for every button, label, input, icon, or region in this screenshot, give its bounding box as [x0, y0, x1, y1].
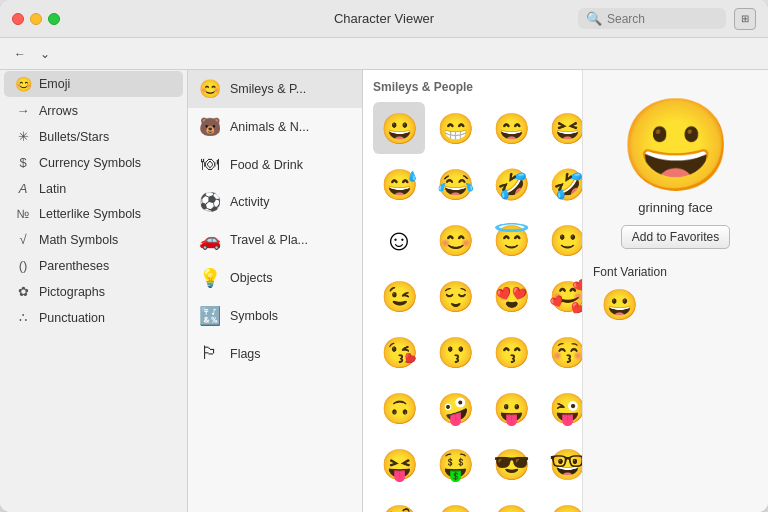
activity-icon: ⚽: [198, 191, 222, 213]
emoji-cell[interactable]: 😎: [485, 438, 537, 490]
mid-item-symbols[interactable]: 🔣 Symbols: [188, 297, 362, 335]
punctuation-icon: ∴: [14, 310, 32, 325]
font-variation-emoji: 😀: [601, 287, 638, 322]
detail-panel: 😀 grinning face Add to Favorites Font Va…: [583, 70, 768, 512]
mid-item-label: Symbols: [230, 309, 278, 323]
emoji-cell[interactable]: 😗: [429, 326, 481, 378]
emoji-cell[interactable]: 🤪: [429, 382, 481, 434]
titlebar: Character Viewer 🔍 ⊞: [0, 0, 768, 38]
emoji-cell[interactable]: ☺️: [373, 214, 425, 266]
sidebar-item-arrows[interactable]: → Arrows: [4, 98, 183, 123]
sidebar-item-label: Punctuation: [39, 311, 105, 325]
emoji-cell[interactable]: 😀: [373, 102, 425, 154]
emoji-cell[interactable]: 😙: [485, 326, 537, 378]
traffic-lights: [12, 13, 60, 25]
detail-emoji-large: 😀: [620, 100, 732, 190]
mid-item-label: Food & Drink: [230, 158, 303, 172]
emoji-cell[interactable]: 😚: [541, 326, 583, 378]
search-icon: 🔍: [586, 11, 602, 26]
mid-item-label: Objects: [230, 271, 272, 285]
sidebar-item-label: Emoji: [39, 77, 70, 91]
sidebar-item-math[interactable]: √ Math Symbols: [4, 227, 183, 252]
sidebar-item-parentheses[interactable]: () Parentheses: [4, 253, 183, 278]
letterlike-icon: №: [14, 207, 32, 221]
sidebar-item-currency[interactable]: $ Currency Symbols: [4, 150, 183, 175]
font-variation-label: Font Variation: [593, 265, 667, 279]
sidebar-item-label: Math Symbols: [39, 233, 118, 247]
emoji-cell[interactable]: 🙂: [541, 214, 583, 266]
mid-item-travel[interactable]: 🚗 Travel & Pla...: [188, 221, 362, 259]
grid-view-button[interactable]: ⊞: [734, 8, 756, 30]
emoji-cell[interactable]: 🤑: [429, 438, 481, 490]
sidebar-item-pictographs[interactable]: ✿ Pictographs: [4, 279, 183, 304]
close-button[interactable]: [12, 13, 24, 25]
emoji-cell[interactable]: 😛: [485, 382, 537, 434]
emoji-cell[interactable]: 😉: [373, 270, 425, 322]
sidebar-item-letterlike[interactable]: № Letterlike Symbols: [4, 202, 183, 226]
sidebar-item-punctuation[interactable]: ∴ Punctuation: [4, 305, 183, 330]
sidebar-item-label: Letterlike Symbols: [39, 207, 141, 221]
emoji-cell[interactable]: 😜: [541, 382, 583, 434]
emoji-cell[interactable]: 😌: [429, 270, 481, 322]
animals-icon: 🐻: [198, 116, 222, 138]
mid-item-food[interactable]: 🍽 Food & Drink: [188, 146, 362, 183]
latin-icon: A: [14, 181, 32, 196]
sidebar-item-label: Parentheses: [39, 259, 109, 273]
detail-emoji-name: grinning face: [638, 200, 712, 215]
emoji-cell[interactable]: 🥰: [541, 270, 583, 322]
search-input[interactable]: [607, 12, 718, 26]
emoji-cell[interactable]: 😞: [541, 494, 583, 512]
view-options-button[interactable]: ⌄: [36, 45, 54, 63]
character-viewer-window: Character Viewer 🔍 ⊞ ← ⌄ 😊 Emoji: [0, 0, 768, 512]
emoji-cell[interactable]: 😂: [429, 158, 481, 210]
mid-item-objects[interactable]: 💡 Objects: [188, 259, 362, 297]
sidebar-item-emoji[interactable]: 😊 Emoji: [4, 71, 183, 97]
mid-item-label: Travel & Pla...: [230, 233, 308, 247]
emoji-cell[interactable]: 🤣: [541, 158, 583, 210]
emoji-cell[interactable]: 🙃: [373, 382, 425, 434]
search-bar[interactable]: 🔍: [578, 8, 726, 29]
sidebar-item-latin[interactable]: A Latin: [4, 176, 183, 201]
main-content: 😊 Emoji → Arrows ✳ Bullets/Stars $ Curre…: [0, 70, 768, 512]
currency-icon: $: [14, 155, 32, 170]
titlebar-controls: 🔍 ⊞: [578, 8, 756, 30]
emoji-cell[interactable]: 🧐: [373, 494, 425, 512]
smileys-icon: 😊: [198, 78, 222, 100]
emoji-cell[interactable]: 😘: [373, 326, 425, 378]
emoji-cell[interactable]: 😆: [541, 102, 583, 154]
emoji-cell[interactable]: 😝: [373, 438, 425, 490]
emoji-section-title: Smileys & People: [373, 80, 572, 94]
mid-item-smileys[interactable]: 😊 Smileys & P...: [188, 70, 362, 108]
mid-item-activity[interactable]: ⚽ Activity: [188, 183, 362, 221]
sidebar-item-label: Pictographs: [39, 285, 105, 299]
emoji-cell[interactable]: 😊: [429, 214, 481, 266]
add-to-favorites-button[interactable]: Add to Favorites: [621, 225, 730, 249]
emoji-cell[interactable]: 😁: [429, 102, 481, 154]
emoji-cell[interactable]: 😇: [485, 214, 537, 266]
sidebar-mid: 😊 Smileys & P... 🐻 Animals & N... 🍽 Food…: [188, 70, 363, 512]
emoji-cell[interactable]: 😅: [373, 158, 425, 210]
mid-item-label: Flags: [230, 347, 261, 361]
sidebar-item-bullets[interactable]: ✳ Bullets/Stars: [4, 124, 183, 149]
food-icon: 🍽: [198, 154, 222, 175]
emoji-grid-panel: Smileys & People 😀😁😄😆😅😂🤣🤣☺️😊😇🙂😉😌😍🥰😘😗😙😚🙃🤪…: [363, 70, 583, 512]
window-title: Character Viewer: [334, 11, 434, 26]
minimize-button[interactable]: [30, 13, 42, 25]
mid-item-animals[interactable]: 🐻 Animals & N...: [188, 108, 362, 146]
emoji-cell[interactable]: 😍: [485, 270, 537, 322]
emoji-cell[interactable]: 😏: [429, 494, 481, 512]
emoji-cell[interactable]: 😒: [485, 494, 537, 512]
emoji-cell[interactable]: 🤓: [541, 438, 583, 490]
sidebar-item-label: Arrows: [39, 104, 78, 118]
emoji-cell[interactable]: 🤣: [485, 158, 537, 210]
back-button[interactable]: ←: [10, 45, 30, 63]
sidebar-item-label: Bullets/Stars: [39, 130, 109, 144]
emoji-category-icon: 😊: [14, 76, 32, 92]
flags-icon: 🏳: [198, 343, 222, 364]
back-icon: ←: [14, 47, 26, 61]
mid-item-flags[interactable]: 🏳 Flags: [188, 335, 362, 372]
mid-item-label: Animals & N...: [230, 120, 309, 134]
maximize-button[interactable]: [48, 13, 60, 25]
emoji-grid: 😀😁😄😆😅😂🤣🤣☺️😊😇🙂😉😌😍🥰😘😗😙😚🙃🤪😛😜😝🤑😎🤓🧐😏😒😞😔😟😕🙁☹️😣…: [373, 102, 572, 512]
emoji-cell[interactable]: 😄: [485, 102, 537, 154]
